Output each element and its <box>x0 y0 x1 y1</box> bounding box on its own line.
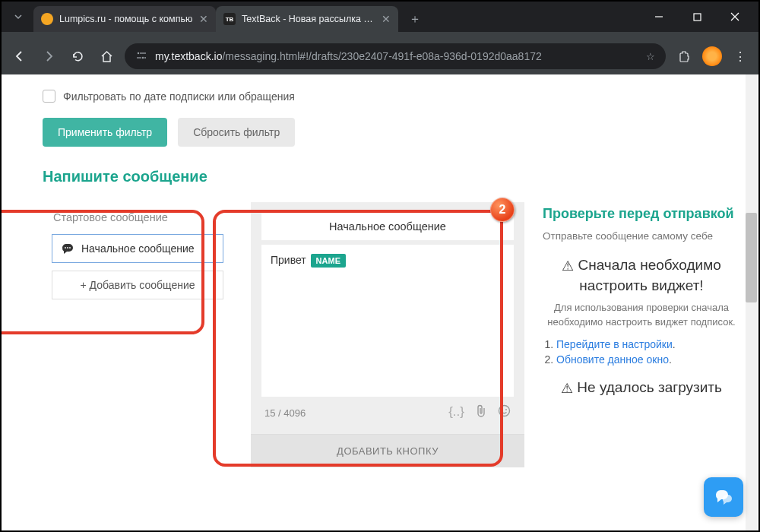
list-item: Обновите данное окно. <box>556 353 740 366</box>
filter-date-checkbox[interactable] <box>43 90 55 103</box>
address-bar: my.textback.io/messaging.html#!/drafts/2… <box>2 38 758 74</box>
svg-point-10 <box>67 247 68 249</box>
new-tab-button[interactable]: ＋ <box>404 8 426 30</box>
add-message-button[interactable]: + Добавить сообщение <box>52 271 223 299</box>
variable-chip-name[interactable]: NAME <box>311 254 346 268</box>
svg-rect-1 <box>694 14 701 21</box>
char-counter: 15 / 4096 <box>264 407 306 419</box>
attach-file-icon[interactable] <box>475 404 487 422</box>
message-editor-panel: Начальное сообщение Привет NAME 15 / 409… <box>251 202 524 467</box>
warning-icon: ⚠ <box>561 379 573 397</box>
extensions-button[interactable] <box>673 46 695 67</box>
filter-buttons: Применить фильтр Сбросить фильтр <box>43 118 740 147</box>
site-settings-icon[interactable] <box>135 50 147 63</box>
apply-filter-button[interactable]: Применить фильтр <box>43 118 167 147</box>
verify-subtitle: Отправьте сообщение самому себе <box>543 230 740 242</box>
svg-point-9 <box>65 247 66 249</box>
browser-tab-0[interactable]: Lumpics.ru - помощь с компью ✕ <box>33 6 216 32</box>
browser-tab-1[interactable]: TB TextBack - Новая рассылка Тех ✕ <box>216 6 398 32</box>
verify-panel: Проверьте перед отправкой Отправьте сооб… <box>543 202 740 407</box>
tab-title: Lumpics.ru - помощь с компью <box>59 14 193 24</box>
verify-title: Проверьте перед отправкой <box>543 205 740 223</box>
close-icon[interactable]: ✕ <box>382 13 391 25</box>
list-item: Перейдите в настройки. <box>556 338 740 350</box>
menu-button[interactable]: ⋮ <box>730 46 751 67</box>
steps-list: Перейдите в настройки. Обновите данное о… <box>543 338 740 366</box>
browser-chrome: Lumpics.ru - помощь с компью ✕ TB TextBa… <box>2 2 758 74</box>
goto-settings-link[interactable]: Перейдите в настройки <box>556 338 673 350</box>
chat-bubble-icon <box>62 243 74 254</box>
warning-load-failed: ⚠ Не удалось загрузить <box>543 378 740 397</box>
svg-point-14 <box>505 409 507 410</box>
chat-icon <box>714 488 733 506</box>
warning-title: Сначала необходимо настроить виджет! <box>578 257 720 293</box>
filter-date-label: Фильтровать по дате подписки или обращен… <box>63 90 295 103</box>
favicon-icon: TB <box>223 13 236 25</box>
filter-date-row: Фильтровать по дате подписки или обращен… <box>43 90 740 103</box>
editor-text: Привет <box>271 254 306 266</box>
svg-point-12 <box>499 406 510 416</box>
warning-title-2: Не удалось загрузить <box>577 379 722 395</box>
message-item-label: Начальное сообщение <box>81 242 195 255</box>
window-controls <box>641 5 752 29</box>
compose-section-title: Напишите сообщение <box>43 168 740 185</box>
svg-point-13 <box>502 409 503 410</box>
refresh-window-link[interactable]: Обновите данное окно <box>556 353 669 366</box>
close-window-button[interactable] <box>717 5 752 29</box>
message-list-panel: Стартовое сообщение Начальное сообщение … <box>43 202 233 310</box>
tab-title: TextBack - Новая рассылка Тех <box>242 14 375 24</box>
message-textarea[interactable]: Привет NAME <box>261 245 514 397</box>
minimize-button[interactable] <box>641 5 676 29</box>
scrollbar-track[interactable] <box>746 74 757 530</box>
url-input[interactable]: my.textback.io/messaging.html#!/drafts/2… <box>125 43 666 69</box>
svg-point-11 <box>69 247 71 249</box>
reset-filter-button[interactable]: Сбросить фильтр <box>178 118 295 147</box>
compose-columns: Стартовое сообщение Начальное сообщение … <box>43 202 740 467</box>
warning-body: Для использования проверки сначала необх… <box>543 301 740 328</box>
editor-footer: 15 / 4096 {..} <box>261 397 514 423</box>
start-message-label: Стартовое сообщение <box>52 211 223 223</box>
page-content: Фильтровать по дате подписки или обращен… <box>2 74 758 530</box>
chat-fab[interactable] <box>704 477 743 517</box>
forward-button[interactable] <box>38 46 59 67</box>
tabs-dropdown[interactable] <box>8 6 29 27</box>
message-item-selected[interactable]: Начальное сообщение <box>52 234 223 263</box>
scrollbar-thumb[interactable] <box>746 213 757 302</box>
back-button[interactable] <box>9 46 30 67</box>
editor-title: Начальное сообщение <box>261 213 514 240</box>
emoji-icon[interactable] <box>498 404 511 422</box>
profile-avatar[interactable] <box>702 46 722 66</box>
add-button-button[interactable]: ДОБАВИТЬ КНОПКУ <box>251 434 524 467</box>
warning-widget-setup: ⚠ Сначала необходимо настроить виджет! Д… <box>543 255 740 328</box>
insert-variable-icon[interactable]: {..} <box>448 404 464 422</box>
home-button[interactable] <box>96 46 117 67</box>
tab-bar: Lumpics.ru - помощь с компью ✕ TB TextBa… <box>2 2 758 32</box>
step-badge-2: 2 <box>490 198 515 222</box>
maximize-button[interactable] <box>679 5 714 29</box>
warning-icon: ⚠ <box>562 257 574 275</box>
favicon-icon <box>41 13 53 25</box>
bookmark-icon[interactable]: ☆ <box>646 51 655 62</box>
url-text: my.textback.io/messaging.html#!/drafts/2… <box>155 50 542 62</box>
svg-point-4 <box>138 52 139 53</box>
svg-point-6 <box>142 56 144 58</box>
close-icon[interactable]: ✕ <box>199 13 208 25</box>
reload-button[interactable] <box>67 46 88 67</box>
